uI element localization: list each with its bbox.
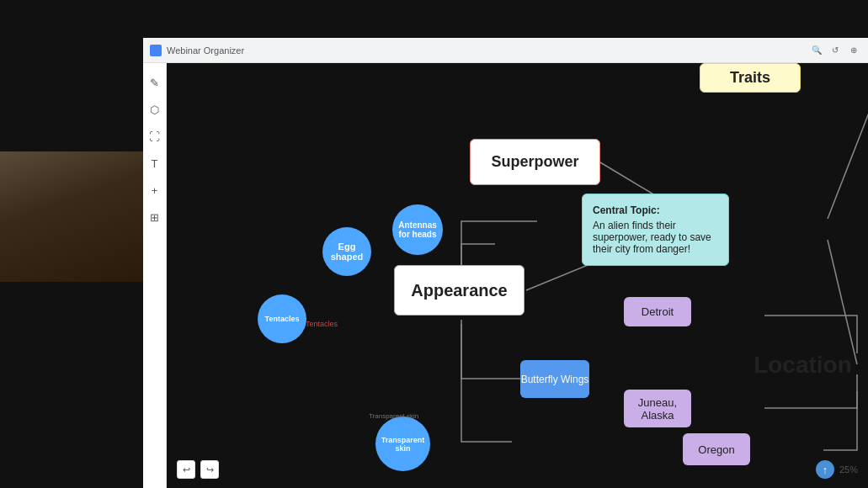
traits-box: Traits — [700, 63, 801, 93]
undo-button[interactable]: ↩ — [177, 460, 195, 479]
shape-icon[interactable]: ⬡ — [146, 100, 164, 119]
butterfly-wings-node[interactable]: Butterfly Wings — [520, 360, 589, 398]
detroit-node[interactable]: Detroit — [624, 297, 691, 326]
mindmap-canvas: Traits Superpower Appearance Central Top… — [167, 63, 868, 488]
zoom-in-button[interactable]: ↑ — [816, 460, 834, 479]
transparent-skin-label: Transparent skin — [369, 412, 418, 420]
webcam-panel — [0, 151, 143, 282]
tentacles-node[interactable]: Tentacles — [258, 294, 306, 343]
zoom-controls: ↑ 25% — [816, 460, 858, 479]
browser-favicon — [150, 45, 162, 56]
location-node[interactable]: Location — [738, 332, 868, 398]
svg-line-3 — [828, 78, 868, 219]
appearance-node[interactable]: Appearance — [394, 265, 525, 316]
redo-button[interactable]: ↪ — [200, 460, 219, 479]
tentacles-label-small: Tentacles — [306, 320, 338, 328]
egg-shaped-node[interactable]: Egg shaped — [322, 227, 371, 276]
antennas-node[interactable]: Antennas for heads — [392, 204, 443, 255]
text-icon[interactable]: T — [146, 154, 164, 172]
superpower-node[interactable]: Superpower — [470, 139, 600, 185]
toolbar-left: ✎ ⬡ ⛶ T + ⊞ — [143, 63, 167, 488]
grid-icon[interactable]: ⊞ — [146, 208, 164, 226]
add-icon[interactable]: + — [146, 181, 164, 199]
bottom-toolbar: ↩ ↪ ↑ 25% — [167, 458, 868, 481]
central-topic-node[interactable]: Central Topic: An alien finds their supe… — [582, 194, 729, 266]
search-icon[interactable]: 🔍 — [809, 43, 824, 58]
pencil-icon[interactable]: ✎ — [146, 73, 164, 92]
add-tab-icon[interactable]: ⊕ — [846, 43, 861, 58]
browser-bar: Webinar Organizer 🔍 ↺ ⊕ — [143, 38, 868, 63]
juneau-node[interactable]: Juneau, Alaska — [624, 390, 691, 427]
undo-redo-controls: ↩ ↪ — [177, 460, 219, 479]
browser-icons: 🔍 ↺ ⊕ — [809, 43, 861, 58]
browser-url: Webinar Organizer — [167, 45, 804, 56]
zoom-level: 25% — [839, 464, 858, 475]
webcam-person — [0, 151, 143, 282]
select-icon[interactable]: ⛶ — [146, 127, 164, 146]
refresh-icon[interactable]: ↺ — [828, 43, 843, 58]
